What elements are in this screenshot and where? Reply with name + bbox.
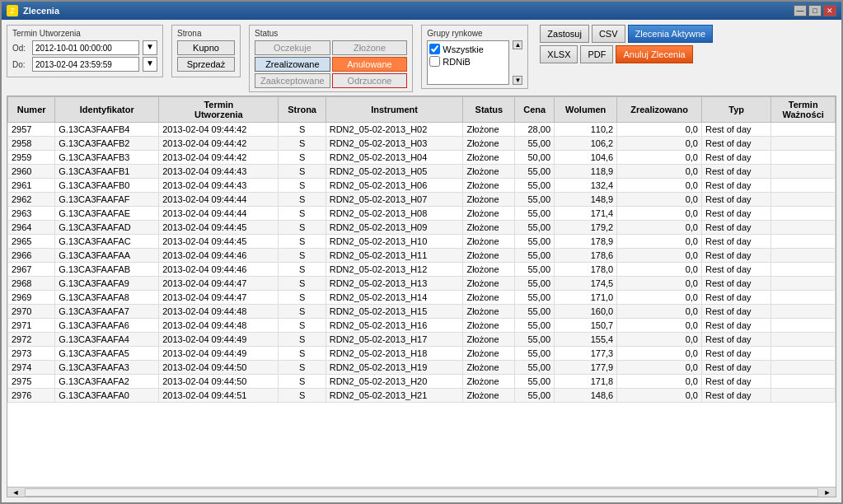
table-cell: G.13CA3FAAFB4 — [55, 123, 159, 137]
table-row[interactable]: 2960G.13CA3FAAFB12013-02-04 09:44:43SRDN… — [8, 165, 836, 179]
table-cell — [771, 347, 836, 361]
table-cell: 0,0 — [617, 333, 702, 347]
table-cell: G.13CA3FAAFAD — [55, 221, 159, 235]
odrzucone-button[interactable]: Odrzucone — [332, 73, 408, 88]
table-row[interactable]: 2972G.13CA3FAAFA42013-02-04 09:44:49SRDN… — [8, 333, 836, 347]
table-cell: RDN2_05-02-2013_H15 — [325, 305, 463, 319]
table-row[interactable]: 2958G.13CA3FAAFB22013-02-04 09:44:42SRDN… — [8, 137, 836, 151]
title-controls: — □ ✕ — [794, 5, 836, 16]
oczekuje-button[interactable]: Oczekuje — [255, 40, 330, 55]
table-cell — [771, 291, 836, 305]
table-cell: 2013-02-04 09:44:46 — [159, 249, 279, 263]
table-cell — [771, 305, 836, 319]
rdnib-item: RDNiB — [429, 55, 507, 68]
table-cell — [771, 137, 836, 151]
table-cell — [771, 235, 836, 249]
table-cell: RDN2_05-02-2013_H04 — [325, 151, 463, 165]
table-cell: Złożone — [463, 249, 515, 263]
table-cell: Rest of day — [701, 291, 770, 305]
grupy-scroll[interactable]: Wszystkie RDNiB — [427, 40, 509, 85]
scroll-left[interactable]: ◄ — [7, 488, 24, 497]
table-row[interactable]: 2973G.13CA3FAAFA52013-02-04 09:44:49SRDN… — [8, 347, 836, 361]
wszystkie-checkbox[interactable] — [429, 44, 440, 54]
table-cell: 55,00 — [515, 277, 555, 291]
kupno-button[interactable]: Kupno — [177, 40, 235, 55]
zastosuj-button[interactable]: Zastosuj — [540, 25, 589, 43]
table-row[interactable]: 2968G.13CA3FAAFA92013-02-04 09:44:47SRDN… — [8, 277, 836, 291]
col-termin-waznosci: TerminWażności — [771, 97, 836, 123]
table-row[interactable]: 2961G.13CA3FAAFB02013-02-04 09:44:43SRDN… — [8, 179, 836, 193]
table-cell: S — [279, 347, 325, 361]
table-row[interactable]: 2967G.13CA3FAAFAB2013-02-04 09:44:46SRDN… — [8, 263, 836, 277]
od-calendar-icon[interactable]: ▼ — [143, 40, 157, 55]
table-cell: 0,0 — [617, 123, 702, 137]
table-cell: 2013-02-04 09:44:51 — [159, 389, 279, 403]
zrealizowane-button[interactable]: Zrealizowane — [255, 57, 330, 72]
table-cell: G.13CA3FAAFB0 — [55, 179, 159, 193]
table-cell: Złożone — [463, 165, 515, 179]
anuluj-zlecenia-button[interactable]: Anuluj Zlecenia — [616, 45, 692, 63]
scroll-right[interactable]: ► — [819, 488, 836, 497]
minimize-button[interactable]: — — [794, 5, 807, 16]
scroll-track[interactable] — [25, 488, 818, 497]
status-buttons: Oczekuje Złożone Zrealizowane Anulowane … — [255, 40, 407, 88]
table-cell: RDN2_05-02-2013_H19 — [325, 361, 463, 375]
table-cell: 50,00 — [515, 151, 555, 165]
rdnib-checkbox[interactable] — [429, 56, 440, 67]
zaakceptowane-button[interactable]: Zaakceptowane — [255, 73, 330, 88]
termin-label: Termin Utworzenia — [12, 29, 157, 38]
grupy-scroll-down[interactable]: ▼ — [513, 76, 522, 85]
maximize-button[interactable]: □ — [808, 5, 822, 16]
table-cell: Rest of day — [701, 165, 770, 179]
csv-button[interactable]: CSV — [592, 25, 625, 43]
table-cell: Rest of day — [701, 305, 770, 319]
table-cell: S — [279, 305, 325, 319]
table-cell: 55,00 — [515, 193, 555, 207]
table-row[interactable]: 2964G.13CA3FAAFAD2013-02-04 09:44:45SRDN… — [8, 221, 836, 235]
table-cell: Złożone — [463, 221, 515, 235]
table-cell: 2013-02-04 09:44:45 — [159, 235, 279, 249]
action-buttons: Zastosuj CSV Zlecenia Aktywne XLSX PDF A… — [540, 25, 713, 63]
table-cell: RDN2_05-02-2013_H18 — [325, 347, 463, 361]
close-button[interactable]: ✕ — [823, 5, 836, 16]
table-row[interactable]: 2957G.13CA3FAAFB42013-02-04 09:44:42SRDN… — [8, 123, 836, 137]
table-cell: 55,00 — [515, 291, 555, 305]
table-cell: 2973 — [8, 347, 55, 361]
table-row[interactable]: 2975G.13CA3FAAFA22013-02-04 09:44:50SRDN… — [8, 375, 836, 389]
table-cell: 2960 — [8, 165, 55, 179]
table-cell: 0,0 — [617, 151, 702, 165]
table-row[interactable]: 2974G.13CA3FAAFA32013-02-04 09:44:50SRDN… — [8, 361, 836, 375]
table-cell: G.13CA3FAAFA8 — [55, 291, 159, 305]
table-row[interactable]: 2963G.13CA3FAAFAE2013-02-04 09:44:44SRDN… — [8, 207, 836, 221]
pdf-button[interactable]: PDF — [580, 45, 613, 63]
horizontal-scrollbar[interactable]: ◄ ► — [7, 487, 836, 497]
table-row[interactable]: 2959G.13CA3FAAFB32013-02-04 09:44:42SRDN… — [8, 151, 836, 165]
table-cell: 2013-02-04 09:44:50 — [159, 361, 279, 375]
table-cell: 132,4 — [555, 179, 617, 193]
table-cell: G.13CA3FAAFAB — [55, 263, 159, 277]
anulowane-button[interactable]: Anulowane — [332, 57, 408, 72]
sprzedaz-button[interactable]: Sprzedaż — [177, 57, 235, 72]
table-cell: G.13CA3FAAFA4 — [55, 333, 159, 347]
table-row[interactable]: 2970G.13CA3FAAFA72013-02-04 09:44:48SRDN… — [8, 305, 836, 319]
table-row[interactable]: 2966G.13CA3FAAFAA2013-02-04 09:44:46SRDN… — [8, 249, 836, 263]
table-wrapper[interactable]: Numer Identyfikator TerminUtworzenia Str… — [7, 96, 836, 487]
col-zrealizowano: Zrealizowano — [617, 97, 702, 123]
grupy-scroll-up[interactable]: ▲ — [513, 40, 522, 49]
od-input[interactable] — [32, 40, 139, 55]
table-cell — [771, 277, 836, 291]
table-row[interactable]: 2971G.13CA3FAAFA62013-02-04 09:44:48SRDN… — [8, 319, 836, 333]
table-cell: 2961 — [8, 179, 55, 193]
table-cell: 171,8 — [555, 375, 617, 389]
xlsx-button[interactable]: XLSX — [540, 45, 578, 63]
table-row[interactable]: 2962G.13CA3FAAFAF2013-02-04 09:44:44SRDN… — [8, 193, 836, 207]
zlecenia-aktywne-button[interactable]: Zlecenia Aktywne — [628, 25, 714, 43]
table-cell: 55,00 — [515, 137, 555, 151]
do-input[interactable] — [32, 57, 139, 72]
table-row[interactable]: 2969G.13CA3FAAFA82013-02-04 09:44:47SRDN… — [8, 291, 836, 305]
content-area: Termin Utworzenia Od: ▼ Do: ▼ Strona Kup… — [2, 20, 841, 502]
table-row[interactable]: 2976G.13CA3FAAFA02013-02-04 09:44:51SRDN… — [8, 389, 836, 403]
zlozone-button[interactable]: Złożone — [332, 40, 408, 55]
table-row[interactable]: 2965G.13CA3FAAFAC2013-02-04 09:44:45SRDN… — [8, 235, 836, 249]
do-calendar-icon[interactable]: ▼ — [143, 57, 157, 72]
